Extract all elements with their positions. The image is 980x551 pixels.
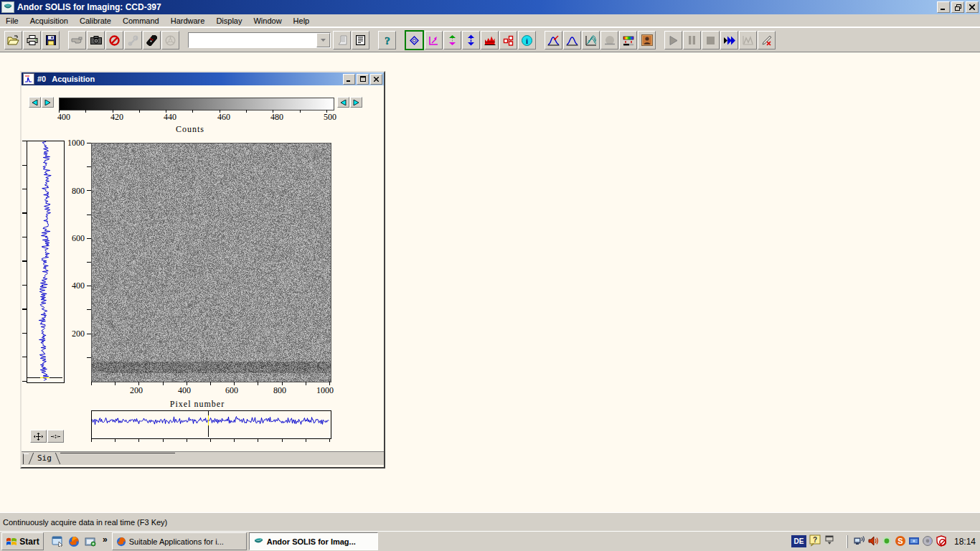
column-profile-canvas[interactable] [27,141,62,381]
close-button[interactable] [966,1,979,13]
acquisition-window[interactable]: #0 Acquisition [20,71,385,468]
x-axis-title: Pixel number [170,399,225,410]
display-blue-icon[interactable] [908,535,920,548]
autoscale-icon[interactable] [462,31,480,50]
colorbar-min-left-icon[interactable] [29,97,41,108]
tray-clock[interactable]: 18:14 [954,537,976,547]
colorbar-tick-460: 460 [217,112,230,123]
shield-block-icon[interactable] [936,535,947,548]
normal-display-icon[interactable] [405,30,424,50]
quick-launch-overflow[interactable]: » [103,534,108,545]
colorbar-max-left-icon[interactable] [337,97,349,108]
column-profile-plot[interactable] [27,141,65,383]
acq-close-button[interactable] [370,74,382,85]
row-profile-plot[interactable] [91,410,331,439]
acq-maximize-button[interactable] [357,74,369,85]
menubar: File Acquisition Calibrate Command Hardw… [0,14,980,27]
print-icon[interactable] [23,31,41,50]
minimize-button[interactable] [937,1,950,13]
image-2d-icon[interactable] [600,31,618,50]
region-blocks-icon[interactable] [499,31,517,50]
menu-calibrate[interactable]: Calibrate [74,16,117,26]
menu-help[interactable]: Help [288,16,316,26]
menu-command[interactable]: Command [117,16,165,26]
start-button[interactable]: Start [1,532,44,550]
folder-image-icon[interactable] [84,535,97,548]
colorbar-tick-500: 500 [324,112,336,123]
photo-display-icon[interactable] [638,31,656,50]
program-select-combo[interactable] [188,32,331,48]
window-arrow-icon[interactable] [824,535,834,548]
tab-scroller[interactable] [23,453,29,464]
shutter-icon[interactable] [161,31,179,50]
accumulate-icon[interactable] [739,31,757,50]
video-camera-icon[interactable] [68,31,86,50]
y-axis-ticks [87,143,91,381]
sophos-s-icon[interactable]: S [895,535,906,548]
colorbar-min-right-icon[interactable] [42,97,54,108]
colorbar-gradient[interactable] [59,98,334,110]
run-program-icon[interactable] [333,31,351,50]
help-tray-icon[interactable]: ? [809,534,821,548]
histogram-icon[interactable] [481,31,499,50]
info-icon[interactable]: i [518,31,536,50]
photo-camera-icon[interactable] [87,31,105,50]
sig-tab[interactable]: Sig [29,453,60,464]
x-tick-400: 400 [178,385,191,396]
erase-icon[interactable] [758,31,776,50]
expand-traces-icon[interactable] [30,430,47,443]
menu-file[interactable]: File [0,16,24,26]
acquisition-titlebar[interactable]: #0 Acquisition [22,72,384,85]
svg-text:?: ? [813,536,817,544]
taskbar: Start » Suitable Applications for i... A… [0,531,980,551]
open-icon[interactable] [4,31,22,50]
wrench-icon[interactable] [124,31,142,50]
menu-display[interactable]: Display [210,16,248,26]
help-icon[interactable]: ? [378,31,396,50]
task-button-andor[interactable]: Andor SOLIS for Imag... [249,532,378,550]
waterfall-3d-icon[interactable] [582,31,600,50]
launch-window-icon[interactable] [51,535,64,548]
peak-icon[interactable] [563,31,581,50]
firefox-icon[interactable] [67,535,80,548]
firefox-task-icon [116,537,126,547]
quick-launch [51,535,97,548]
acquisition-number: #0 [37,75,46,83]
save-icon[interactable] [42,31,60,50]
edit-program-icon[interactable] [352,31,369,50]
colorbar-max-right-icon[interactable] [350,97,362,108]
y-tick-400: 400 [63,281,85,291]
colorbar-axis-title: Counts [176,124,204,135]
pause-icon[interactable] [683,31,701,50]
menu-hardware[interactable]: Hardware [165,16,211,26]
windows-flag-icon [6,537,17,547]
y-tick-800: 800 [63,186,85,197]
zoom-region-icon[interactable] [425,31,443,50]
autoscale-once-icon[interactable] [443,31,461,50]
ccd-image[interactable] [91,143,331,382]
language-indicator[interactable]: DE [791,535,806,547]
y-tick-200: 200 [63,329,85,339]
abort-icon[interactable] [105,31,123,50]
menu-acquisition[interactable]: Acquisition [24,16,74,26]
collapse-traces-icon[interactable] [47,430,64,443]
restore-button[interactable] [951,1,964,13]
run-till-abort-icon[interactable] [720,31,738,50]
combo-dropdown-icon[interactable] [316,33,330,47]
menu-window[interactable]: Window [248,16,287,26]
speaker-gray-icon[interactable] [922,535,933,548]
acquisition-title: Acquisition [52,75,341,83]
audio-device-icon[interactable] [854,535,865,548]
remote-control-icon[interactable] [143,31,161,50]
play-icon[interactable] [664,31,682,50]
row-profile-canvas[interactable] [92,411,329,437]
palette-bar-icon[interactable] [619,31,637,50]
stop-icon[interactable] [702,31,720,50]
svg-text:S: S [897,537,903,545]
green-orb-icon[interactable] [881,535,892,548]
acquisition-display: 400 420 440 460 480 500 Counts 1000 800 … [22,85,384,451]
volume-red-icon[interactable] [867,535,879,548]
active-peak-icon[interactable] [545,31,562,50]
acq-minimize-button[interactable] [343,74,355,85]
task-button-browser[interactable]: Suitable Applications for i... [112,532,247,550]
